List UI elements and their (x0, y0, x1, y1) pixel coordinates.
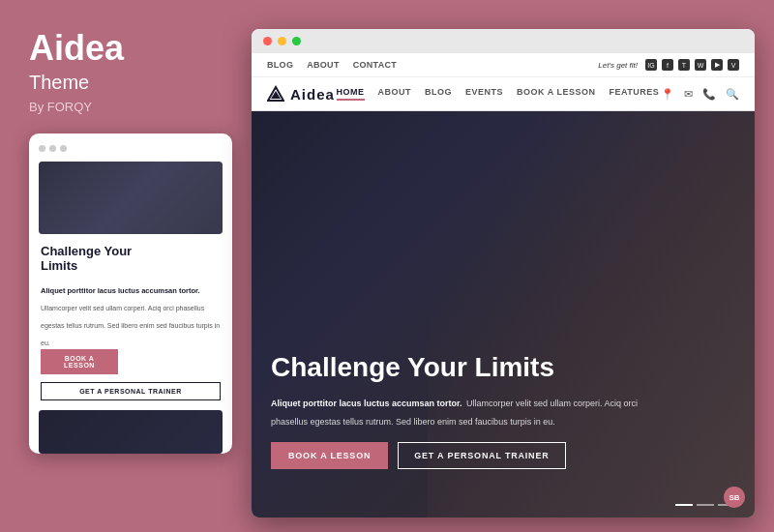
top-nav-right: Let's get fit! IG f T W ▶ V (598, 59, 739, 71)
mobile-dot-3 (60, 145, 67, 152)
facebook-icon[interactable]: f (662, 59, 673, 71)
vimeo-icon[interactable]: V (728, 59, 739, 71)
nav-home[interactable]: HOME (337, 87, 365, 101)
top-nav-contact[interactable]: CONTACT (353, 60, 397, 70)
hero-section: Challenge Your Limits Aliquet porttitor … (252, 111, 755, 517)
phone-icon[interactable]: 📞 (702, 88, 716, 101)
hero-bold-text: Aliquet porttitor lacus luctus accumsan … (271, 399, 462, 408)
browser-minimize-dot[interactable] (278, 37, 286, 45)
logo-triangle-icon (267, 85, 284, 103)
mobile-dot-1 (39, 145, 45, 152)
main-nav-icons: 📍 ✉ 📞 🔍 (661, 88, 739, 101)
main-logo[interactable]: Aidea (267, 85, 335, 103)
whatsapp-icon[interactable]: W (695, 59, 706, 71)
hero-heading: Challenge Your Limits (271, 353, 735, 383)
tiktok-icon[interactable]: T (678, 59, 690, 71)
top-nav-blog[interactable]: BLOG (267, 60, 293, 70)
nav-blog[interactable]: BLOG (425, 87, 452, 101)
browser-maximize-dot[interactable] (292, 37, 301, 45)
mobile-dot-2 (49, 145, 56, 152)
nav-about[interactable]: ABOUT (378, 87, 412, 101)
top-nav-links: BLOG ABOUT CONTACT (267, 60, 397, 70)
hero-buttons: BOOK A LESSON GET A PERSONAL TRAINER (271, 442, 735, 469)
brand-title: Aidea (29, 29, 232, 68)
left-panel: Aidea Theme By FORQY Challenge YourLimit… (29, 29, 232, 454)
brand-by: By FORQY (29, 100, 232, 114)
social-icons-group: IG f T W ▶ V (645, 59, 739, 71)
top-nav-cta: Let's get fit! (598, 61, 638, 70)
mobile-second-image (39, 410, 223, 454)
mobile-body-text: Ullamcorper velit sed ullam corperi. Aci… (41, 305, 220, 346)
mobile-trainer-button[interactable]: GET A PERSONAL TRAINER (41, 382, 221, 400)
top-utility-nav: BLOG ABOUT CONTACT Let's get fit! IG f T… (252, 53, 755, 77)
top-nav-about[interactable]: ABOUT (307, 60, 340, 70)
slide-indicator-2[interactable] (697, 504, 714, 506)
hero-trainer-button[interactable]: GET A PERSONAL TRAINER (398, 442, 565, 469)
browser-bar (252, 29, 755, 53)
main-nav-links: HOME ABOUT BLOG EVENTS BOOK A LESSON FEA… (337, 87, 660, 101)
nav-events[interactable]: EVENTS (465, 87, 503, 101)
logo-text: Aidea (290, 86, 335, 103)
mobile-hero-image (39, 162, 223, 234)
browser-close-dot[interactable] (263, 37, 272, 45)
mobile-content-area: Challenge YourLimits Aliquet porttitor l… (39, 244, 223, 410)
instagram-icon[interactable]: IG (645, 59, 657, 71)
youtube-icon[interactable]: ▶ (711, 59, 723, 71)
app-wrapper: Aidea Theme By FORQY Challenge YourLimit… (0, 0, 774, 532)
search-icon[interactable]: 🔍 (726, 88, 739, 101)
mobile-hero-heading: Challenge YourLimits (41, 244, 221, 274)
mail-icon[interactable]: ✉ (684, 88, 693, 101)
brand-subtitle: Theme (29, 72, 232, 94)
hero-book-button[interactable]: BOOK A LESSON (271, 442, 388, 469)
location-icon[interactable]: 📍 (661, 88, 674, 101)
mobile-book-button[interactable]: BOOK A LESSON (41, 349, 118, 374)
nav-features[interactable]: FEATURES (609, 87, 659, 101)
hero-content: Challenge Your Limits Aliquet porttitor … (271, 353, 735, 469)
mobile-window-controls (39, 145, 223, 152)
main-navigation: Aidea HOME ABOUT BLOG EVENTS BOOK A LESS… (252, 77, 755, 111)
slide-indicator-1[interactable] (675, 504, 693, 506)
mobile-bold-text: Aliquet porttitor lacus luctus accumsan … (41, 286, 200, 295)
mobile-description: Aliquet porttitor lacus luctus accumsan … (41, 280, 221, 349)
mobile-mockup: Challenge YourLimits Aliquet porttitor l… (29, 133, 232, 454)
sb-badge: SB (724, 487, 745, 508)
hero-description: Aliquet porttitor lacus luctus accumsan … (271, 393, 639, 429)
nav-book-lesson[interactable]: BOOK A LESSON (517, 87, 595, 101)
desktop-mockup: BLOG ABOUT CONTACT Let's get fit! IG f T… (252, 29, 755, 517)
